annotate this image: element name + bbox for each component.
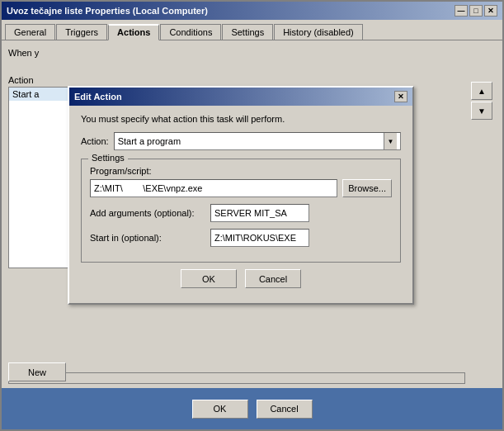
dialog-ok-button[interactable]: OK <box>181 269 237 288</box>
maximize-button[interactable]: □ <box>469 5 483 17</box>
cancel-button[interactable]: Cancel <box>257 400 313 419</box>
start-in-input[interactable] <box>210 229 309 247</box>
outer-titlebar: Uvoz tečajne liste Properties (Local Com… <box>2 2 502 20</box>
horizontal-scrollbar[interactable] <box>8 372 465 384</box>
dialog-intro-text: You must specify what action this task w… <box>81 114 401 124</box>
add-args-input[interactable] <box>210 204 309 222</box>
bottom-bar: OK Cancel <box>2 388 502 429</box>
ok-button[interactable]: OK <box>192 400 248 419</box>
tab-history[interactable]: History (disabled) <box>274 24 363 40</box>
outer-window: Uvoz tečajne liste Properties (Local Com… <box>0 0 504 431</box>
action-field-row: Action: Start a program ▼ <box>81 132 401 150</box>
tab-settings[interactable]: Settings <box>222 24 273 40</box>
browse-button[interactable]: Browse... <box>342 179 392 197</box>
right-panel: ▲ ▼ <box>471 82 494 384</box>
minimize-button[interactable]: — <box>455 5 468 17</box>
dropdown-arrow-icon[interactable]: ▼ <box>384 133 397 149</box>
close-button[interactable]: ✕ <box>484 5 497 17</box>
tab-actions[interactable]: Actions <box>108 24 159 40</box>
tab-triggers[interactable]: Triggers <box>56 24 107 40</box>
tab-bar: General Triggers Actions Conditions Sett… <box>2 20 502 40</box>
when-label: When y <box>8 48 39 58</box>
edit-action-dialog: Edit Action ✕ You must specify what acti… <box>68 86 414 305</box>
start-in-row: Start in (optional): <box>90 229 392 247</box>
titlebar-buttons: — □ ✕ <box>455 5 497 17</box>
new-btn-area: New <box>8 362 66 381</box>
tab-conditions[interactable]: Conditions <box>160 24 221 40</box>
outer-window-title: Uvoz tečajne liste Properties (Local Com… <box>7 6 208 16</box>
scroll-down-button[interactable]: ▼ <box>471 102 492 120</box>
dialog-close-button[interactable]: ✕ <box>394 91 407 102</box>
dialog-cancel-button[interactable]: Cancel <box>245 269 301 288</box>
add-args-label: Add arguments (optional): <box>90 208 205 218</box>
program-script-input[interactable] <box>90 179 337 197</box>
new-button[interactable]: New <box>8 362 66 381</box>
tab-general[interactable]: General <box>5 24 55 40</box>
add-args-row: Add arguments (optional): <box>90 204 392 222</box>
dialog-title: Edit Action <box>74 92 122 102</box>
action-value: Start a program <box>118 136 181 146</box>
dialog-body: You must specify what action this task w… <box>69 106 412 303</box>
action-label: Action: <box>81 136 109 146</box>
start-in-label: Start in (optional): <box>90 233 205 243</box>
program-script-label: Program/script: <box>90 166 392 176</box>
actions-header: Action <box>8 75 496 85</box>
action-dropdown[interactable]: Start a program ▼ <box>114 132 401 150</box>
main-content: When y Action Start a ▲ ▼ New Edit Actio… <box>2 40 502 429</box>
program-script-row: Browse... <box>90 179 392 197</box>
dialog-titlebar: Edit Action ✕ <box>69 88 412 106</box>
actions-col-label: Action <box>8 75 34 85</box>
settings-group: Settings Program/script: Browse... Add a… <box>81 159 401 263</box>
settings-legend: Settings <box>88 153 128 163</box>
dialog-footer: OK Cancel <box>81 263 401 291</box>
scroll-up-button[interactable]: ▲ <box>471 82 492 100</box>
